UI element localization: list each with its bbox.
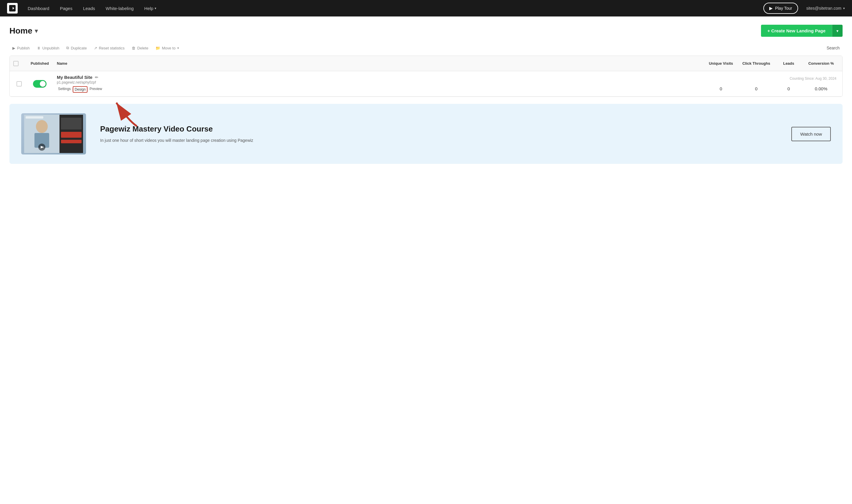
edit-icon[interactable]: ✏ xyxy=(95,75,98,80)
publish-button[interactable]: ▶ Publish xyxy=(10,44,33,52)
navbar: Dashboard Pages Leads White-labeling Hel… xyxy=(0,0,852,17)
published-toggle[interactable] xyxy=(25,80,54,88)
page-title[interactable]: Home ▾ xyxy=(10,26,38,36)
create-dropdown-button[interactable]: ▾ xyxy=(832,25,842,37)
click-throughs-value: 0 xyxy=(738,86,774,94)
svg-rect-7 xyxy=(61,118,82,129)
unique-visits-value: 0 xyxy=(703,86,738,94)
play-icon: ▶ xyxy=(769,5,773,11)
chevron-down-icon: ▾ xyxy=(177,46,179,50)
leads-header: Leads xyxy=(774,58,803,69)
chevron-down-icon: ▾ xyxy=(155,6,156,10)
page-url: p1.pagewiz.net/aphy0zpf xyxy=(57,80,701,85)
nav-leads[interactable]: Leads xyxy=(79,0,99,17)
leads-value: 0 xyxy=(774,86,803,94)
user-menu[interactable]: sites@sitetran.com ▾ xyxy=(806,6,845,11)
chevron-down-icon: ▾ xyxy=(843,6,845,10)
conversion-header: Conversion % xyxy=(803,58,839,69)
counting-since: Counting Since: Aug 30, 2024 xyxy=(703,74,839,81)
duplicate-button[interactable]: ⧉ Duplicate xyxy=(63,44,89,52)
table-row: My Beautiful Site ✏ p1.pagewiz.net/aphy0… xyxy=(10,71,842,96)
svg-rect-8 xyxy=(61,132,82,138)
svg-rect-9 xyxy=(61,140,82,143)
toolbar: ▶ Publish ⏸ Unpublish ⧉ Duplicate ↗ Rese… xyxy=(0,43,852,56)
page-actions: Settings | Design | Preview xyxy=(57,86,701,93)
nav-dashboard[interactable]: Dashboard xyxy=(23,0,53,17)
nav-pages[interactable]: Pages xyxy=(56,0,76,17)
preview-link[interactable]: Preview xyxy=(88,86,103,93)
page-name-cell: My Beautiful Site ✏ p1.pagewiz.net/aphy0… xyxy=(54,71,703,96)
svg-rect-0 xyxy=(9,5,16,12)
folder-icon: 📁 xyxy=(156,46,160,50)
promo-description: In just one hour of short videos you wil… xyxy=(100,138,777,144)
name-header: Name xyxy=(54,58,703,69)
chart-icon: ↗ xyxy=(94,46,97,50)
move-to-button[interactable]: 📁 Move to ▾ xyxy=(153,44,182,52)
pages-table: Published Name Unique Visits Click Throu… xyxy=(10,56,842,97)
page-name: My Beautiful Site xyxy=(57,75,92,80)
watch-now-button[interactable]: Watch now xyxy=(791,127,831,141)
copy-icon: ⧉ xyxy=(66,46,69,50)
unpublish-button[interactable]: ⏸ Unpublish xyxy=(34,44,63,52)
create-landing-page-button[interactable]: + Create New Landing Page xyxy=(761,25,832,37)
promo-title: Pagewiz Mastery Video Course xyxy=(100,124,777,134)
click-throughs-header: Click Throughs xyxy=(738,58,774,69)
trash-icon: 🗑 xyxy=(132,46,136,50)
play-icon: ▶ xyxy=(12,46,15,50)
logo[interactable] xyxy=(7,3,18,14)
unique-visits-header: Unique Visits xyxy=(703,58,738,69)
table-header: Published Name Unique Visits Click Throu… xyxy=(10,56,842,71)
svg-rect-12 xyxy=(25,116,43,119)
published-header: Published xyxy=(25,58,54,69)
conversion-value: 0.00% xyxy=(803,86,839,94)
create-btn-group: + Create New Landing Page ▾ xyxy=(761,25,842,37)
select-all-checkbox[interactable] xyxy=(13,61,19,66)
promo-text: Pagewiz Mastery Video Course In just one… xyxy=(100,124,777,144)
promo-banner: Pagewiz Mastery Video Course In just one… xyxy=(10,104,842,164)
chevron-down-icon: ▾ xyxy=(35,28,38,34)
promo-image xyxy=(21,113,86,155)
delete-button[interactable]: 🗑 Delete xyxy=(129,44,151,52)
settings-link[interactable]: Settings xyxy=(57,86,72,93)
design-link[interactable]: Design xyxy=(73,86,87,93)
nav-white-labeling[interactable]: White-labeling xyxy=(102,0,138,17)
page-header: Home ▾ + Create New Landing Page ▾ xyxy=(0,17,852,43)
chevron-down-icon: ▾ xyxy=(836,29,838,33)
nav-help[interactable]: Help ▾ xyxy=(140,0,160,17)
svg-point-4 xyxy=(36,120,48,133)
row-checkbox[interactable] xyxy=(13,79,25,89)
search-button[interactable]: Search xyxy=(824,44,842,52)
pause-icon: ⏸ xyxy=(37,46,41,50)
play-tour-button[interactable]: ▶ Play Tour xyxy=(763,3,798,14)
reset-statistics-button[interactable]: ↗ Reset statistics xyxy=(91,44,127,52)
